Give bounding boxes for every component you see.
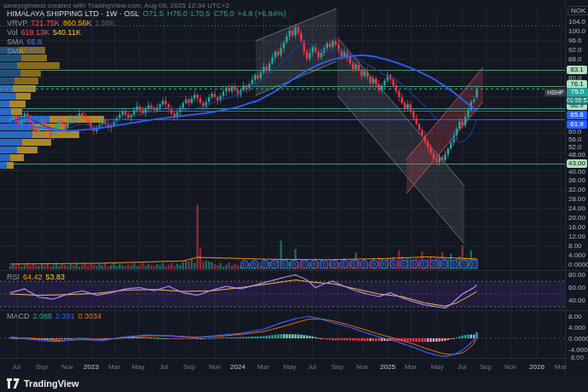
axis-year-label: 2026: [529, 363, 545, 371]
axis-price-label: 88.0: [568, 55, 582, 63]
vrvp-legend-row[interactable]: VRVP721.75K860.56K1.58K: [7, 19, 290, 27]
axis-month-label: Mar: [405, 363, 417, 371]
axis-price-label: 20.00: [568, 214, 585, 222]
axis-price-label: 12.00: [568, 233, 585, 240]
macd-hist-value: 2.088: [33, 312, 53, 320]
vrvp-value-2: 860.56K: [63, 19, 92, 27]
ohlc-change: +4.8 (+6.84%): [238, 9, 286, 18]
tradingview-logo-icon[interactable]: [7, 378, 20, 389]
axis-month-label: May: [283, 363, 296, 371]
macd-line-value: 2.391: [55, 312, 75, 320]
tradingview-brand-text[interactable]: TradingView: [24, 378, 79, 389]
vrvp-label: VRVP: [7, 19, 27, 27]
axis-month-label: May: [131, 363, 144, 371]
ohlc-close: C75.0: [214, 9, 234, 18]
macd-label: MACD: [7, 312, 30, 320]
axis-month-label: Nov: [209, 363, 221, 371]
axis-month-label: Sep: [36, 363, 48, 371]
axis-price-label: 4.000: [568, 251, 585, 259]
symbol-title: HIMALAYA SHIPPING LTD · 1W · OSL: [7, 9, 140, 18]
axis-price-label: 40.00: [568, 297, 585, 304]
axis-month-label: Nov: [61, 363, 73, 371]
axis-price-label: 28.00: [568, 195, 585, 203]
axis-price-label: 4.000: [568, 324, 585, 331]
axis-month-label: Jul: [308, 363, 316, 371]
volume-legend-row[interactable]: Vol619.13K540.11K: [7, 28, 290, 37]
level-price-badge[interactable]: 43.00: [567, 159, 587, 168]
macd-signal-value: 0.3034: [78, 312, 102, 320]
ohlc-low: L70.5: [191, 9, 210, 18]
volume-label: Vol: [7, 28, 18, 37]
axis-month-label: Sep: [480, 363, 492, 371]
sma-price-badge[interactable]: 61.9: [567, 120, 587, 129]
ohlc-high: H76.0: [167, 9, 187, 18]
axis-month-label: Sep: [183, 363, 195, 371]
axis-year-label: 2025: [380, 363, 395, 371]
axis-price-label: 52.0: [568, 143, 582, 151]
rsi-legend-row[interactable]: RSI64.4253.83: [7, 273, 68, 281]
sma2-legend-row[interactable]: SMA61.9: [7, 47, 290, 55]
sma2-label: SMA: [7, 47, 24, 55]
attribution-text: savepiginvest created with TradingView.c…: [3, 2, 229, 9]
macd-legend-row[interactable]: MACD2.0882.3910.3034: [7, 312, 105, 320]
axis-month-label: Mar: [108, 363, 120, 371]
axis-price-label: 24.00: [568, 205, 585, 212]
sma1-label: SMA: [7, 37, 24, 46]
last-price-badge[interactable]: 75.001:55:57: [567, 88, 588, 105]
rsi-ma-value: 53.83: [46, 273, 66, 281]
sma2-value: 61.9: [27, 47, 43, 55]
axis-year-label: 2023: [84, 363, 99, 371]
axis-price-label: 60.00: [568, 284, 585, 291]
axis-price-label: -4.000: [568, 346, 588, 354]
level-price-badge[interactable]: 83.1: [567, 66, 587, 74]
main-pane-legend: HIMALAYA SHIPPING LTD · 1W · OSLO71.5H76…: [7, 9, 290, 56]
axis-price-label: 36.00: [568, 176, 585, 184]
rsi-label: RSI: [7, 273, 20, 281]
axis-price-label: 8.00: [568, 313, 582, 320]
axis-month-label: Nov: [504, 363, 516, 371]
axis-price-label: 92.0: [568, 46, 582, 54]
axis-month-label: Jul: [159, 363, 168, 371]
time-scale-axis[interactable]: JulSepNov2023MarMayJulSepNov2024MarMayJu…: [0, 358, 588, 376]
currency-button[interactable]: NOK: [568, 6, 588, 15]
axis-price-label: 0.0000: [568, 261, 588, 268]
sma1-value: 65.8: [27, 37, 43, 46]
price-scale-axis[interactable]: NOK 104.0100.096.092.088.080.060.056.052…: [565, 0, 588, 375]
axis-month-label: Jul: [458, 363, 466, 371]
axis-price-label: 32.00: [568, 186, 585, 193]
volume-ma-value: 540.11K: [53, 28, 81, 37]
axis-month-label: Sep: [331, 363, 343, 371]
rsi-value: 64.42: [23, 273, 43, 281]
vrvp-value-1: 721.75K: [31, 19, 60, 27]
axis-price-label: 0.0000: [568, 335, 588, 343]
axis-month-label: Mar: [257, 363, 269, 371]
bar-countdown: 01:55:57: [567, 96, 588, 105]
sma-price-badge[interactable]: 65.8: [567, 111, 587, 119]
axis-month-label: Jul: [12, 363, 20, 371]
ohlc-open: O71.5: [143, 9, 164, 18]
axis-price-label: 8.00: [568, 242, 582, 250]
footer-bar: TradingView: [0, 375, 588, 392]
sma1-legend-row[interactable]: SMA65.8: [7, 37, 290, 46]
vrvp-value-3: 1.58K: [95, 19, 115, 27]
axis-price-label: 100.0: [568, 27, 585, 35]
axis-year-label: 2024: [230, 363, 245, 371]
axis-price-label: 40.00: [568, 168, 585, 176]
price-chart-canvas[interactable]: [0, 0, 588, 392]
axis-price-label: 56.0: [568, 135, 582, 143]
axis-price-label: 80.00: [568, 271, 585, 279]
volume-value: 619.13K: [21, 28, 50, 37]
axis-price-label: 96.0: [568, 37, 582, 44]
axis-price-label: 16.00: [568, 223, 585, 231]
symbol-legend-row[interactable]: HIMALAYA SHIPPING LTD · 1W · OSLO71.5H76…: [7, 9, 290, 18]
last-price-value: 75.0: [567, 88, 588, 96]
axis-price-label: 104.0: [568, 18, 585, 26]
axis-month-label: May: [430, 363, 443, 371]
symbol-price-tag: HSHP: [545, 89, 566, 96]
tradingview-chart-window: savepiginvest created with TradingView.c…: [0, 0, 588, 392]
axis-month-label: Nov: [356, 363, 368, 371]
axis-price-label: 48.00: [568, 151, 585, 159]
axis-price-label: 60.0: [568, 128, 582, 135]
axis-month-label: Mar: [555, 363, 567, 371]
